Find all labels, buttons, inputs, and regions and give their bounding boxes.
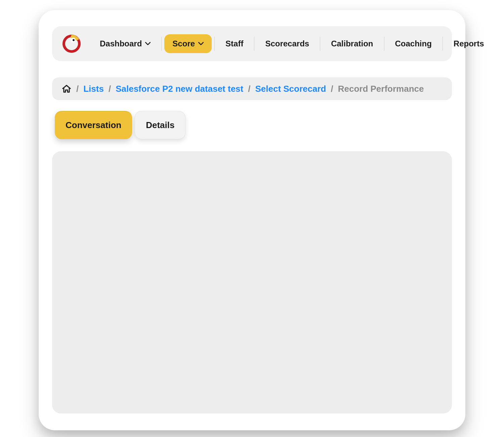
nav-item-score[interactable]: Score xyxy=(164,34,212,53)
nav-separator xyxy=(161,37,162,51)
nav-separator xyxy=(320,37,320,51)
nav-separator xyxy=(443,37,443,51)
nav-separator xyxy=(254,37,254,51)
breadcrumb-separator: / xyxy=(331,84,333,94)
breadcrumb-separator: / xyxy=(248,84,250,94)
breadcrumb-current: Record Performance xyxy=(338,84,424,94)
breadcrumb-link-dataset[interactable]: Salesforce P2 new dataset test xyxy=(116,84,243,94)
nav-item-label: Scorecards xyxy=(265,39,309,48)
tab-label: Details xyxy=(146,120,174,130)
content-panel xyxy=(52,151,452,413)
nav-item-label: Staff xyxy=(225,39,243,48)
chevron-down-icon xyxy=(145,42,151,45)
svg-point-1 xyxy=(73,39,75,41)
home-icon[interactable] xyxy=(61,84,72,94)
breadcrumb: / Lists / Salesforce P2 new dataset test… xyxy=(52,77,452,100)
tab-conversation[interactable]: Conversation xyxy=(55,111,132,139)
nav-item-label: Dashboard xyxy=(100,39,142,48)
nav-item-reports[interactable]: Reports xyxy=(446,34,492,53)
nav-item-coaching[interactable]: Coaching xyxy=(387,34,440,53)
nav-separator xyxy=(384,37,384,51)
tabs: Conversation Details xyxy=(52,111,452,139)
nav-separator xyxy=(214,37,215,51)
tab-details[interactable]: Details xyxy=(135,111,185,139)
app-card: Dashboard Score Staff Scorecards xyxy=(39,10,465,430)
breadcrumb-separator: / xyxy=(109,84,111,94)
chevron-down-icon xyxy=(198,42,204,45)
nav-item-label: Score xyxy=(172,39,195,48)
nav-item-scorecards[interactable]: Scorecards xyxy=(257,34,317,53)
brand-logo-icon xyxy=(61,34,82,54)
breadcrumb-link-lists[interactable]: Lists xyxy=(83,84,104,94)
nav-item-label: Calibration xyxy=(331,39,373,48)
nav-item-label: Coaching xyxy=(395,39,432,48)
breadcrumb-link-select-scorecard[interactable]: Select Scorecard xyxy=(255,84,326,94)
nav-item-label: Reports xyxy=(454,39,484,48)
nav-item-staff[interactable]: Staff xyxy=(217,34,251,53)
top-nav: Dashboard Score Staff Scorecards xyxy=(52,26,452,61)
tab-label: Conversation xyxy=(66,120,121,130)
nav-item-dashboard[interactable]: Dashboard xyxy=(92,34,159,53)
breadcrumb-separator: / xyxy=(76,84,79,94)
nav-item-calibration[interactable]: Calibration xyxy=(323,34,381,53)
